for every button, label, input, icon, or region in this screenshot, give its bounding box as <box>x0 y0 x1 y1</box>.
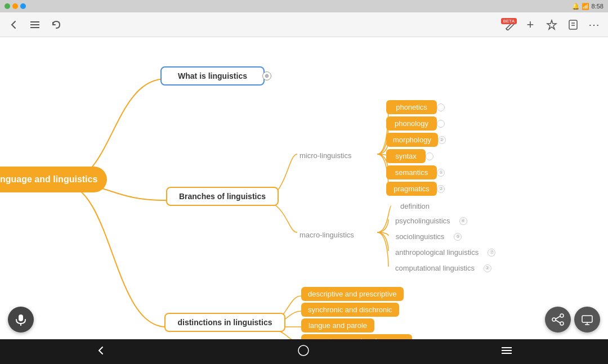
svg-line-14 <box>556 320 560 323</box>
toolbar: BETA + ⋯ <box>0 12 608 37</box>
root-node[interactable]: language and linguistics <box>0 167 107 192</box>
svg-point-11 <box>560 314 564 317</box>
more-button[interactable]: ⋯ <box>588 18 601 32</box>
bottom-home-button[interactable] <box>297 344 310 359</box>
morphology-node[interactable]: morphology ② <box>386 133 438 147</box>
toolbar-right: BETA + ⋯ <box>504 18 601 32</box>
screen-fab[interactable] <box>574 307 600 332</box>
list-icon[interactable] <box>28 18 42 32</box>
status-bar: 🔔 📶 8:58 <box>0 0 608 12</box>
langue-parole-node[interactable]: langue and parole <box>301 318 374 332</box>
status-dot-green <box>5 3 10 9</box>
svg-point-10 <box>552 318 556 321</box>
status-dot-orange <box>12 3 18 9</box>
pragmatics-badge: ② <box>437 185 445 193</box>
back-button[interactable] <box>7 18 20 32</box>
morphology-badge: ② <box>438 136 446 144</box>
phonetics-node[interactable]: phonetics <box>386 100 437 114</box>
toolbar-left <box>7 18 63 32</box>
share-fab[interactable] <box>545 307 571 332</box>
status-icons: 🔔 📶 <box>572 3 589 10</box>
status-left <box>5 3 26 9</box>
computational-badge: ② <box>484 264 491 272</box>
svg-rect-5 <box>569 20 577 29</box>
branches-of-linguistics-node[interactable]: Branches of linguistics <box>166 187 279 206</box>
plus-button[interactable]: + <box>524 18 537 32</box>
psycholinguistics-node[interactable]: psycholinguistics ④ <box>386 213 459 229</box>
pragmatics-node[interactable]: pragmatics ② <box>386 182 437 196</box>
synchronic-dischronic-node[interactable]: synchronic and dischronic <box>301 303 399 317</box>
bottom-back-button[interactable] <box>95 345 106 359</box>
phonetics-badge <box>437 104 445 111</box>
syntax-node[interactable]: syntax <box>386 149 426 163</box>
semantics-node[interactable]: semantics ① <box>386 165 437 179</box>
socio-badge: ⑤ <box>454 233 462 241</box>
macro-linguistics-node[interactable]: macro-linguistics <box>290 227 363 243</box>
micro-linguistics-node[interactable]: micro-linguistics <box>290 147 360 164</box>
beta-badge: BETA <box>501 18 517 24</box>
bookmark-icon[interactable] <box>566 18 580 32</box>
psycho-badge: ④ <box>459 217 467 225</box>
status-dot-blue <box>20 3 26 9</box>
syntax-badge <box>426 152 433 160</box>
svg-point-18 <box>298 345 309 356</box>
distinctions-in-linguistics-node[interactable]: distinctions in linguistics <box>164 313 285 332</box>
status-time: 8:58 <box>592 3 603 10</box>
bottom-menu-button[interactable] <box>500 346 513 358</box>
svg-rect-15 <box>582 316 592 322</box>
phonology-badge <box>437 120 445 128</box>
mic-fab[interactable] <box>8 307 34 332</box>
anthro-badge: ⑦ <box>488 249 495 257</box>
svg-line-13 <box>556 316 560 319</box>
definition-node[interactable]: definition <box>391 198 439 214</box>
computational-linguistics-node[interactable]: computational linguistics ② <box>386 260 484 276</box>
what-is-linguistics-node[interactable]: What is linguistics ⊕ <box>160 66 265 86</box>
semantics-badge: ① <box>437 169 445 177</box>
svg-rect-8 <box>19 314 23 321</box>
anthropological-linguistics-node[interactable]: anthropological linguistics ⑦ <box>386 244 488 260</box>
pencil-button[interactable]: BETA <box>504 19 516 30</box>
mindmap-area: language and linguistics What is linguis… <box>0 37 608 339</box>
competence-performance-node[interactable]: competence and performance <box>301 334 412 339</box>
star-icon[interactable] <box>545 18 558 32</box>
descriptive-prescriptive-node[interactable]: descriptive and prescriptive <box>301 287 404 301</box>
undo-button[interactable] <box>50 18 63 32</box>
status-right: 🔔 📶 8:58 <box>572 3 603 10</box>
bottom-bar <box>0 339 608 364</box>
phonology-node[interactable]: phonology <box>386 116 437 131</box>
svg-line-4 <box>506 29 508 30</box>
sociolinguistics-node[interactable]: sociolinguistics ⑤ <box>386 228 454 245</box>
svg-point-12 <box>560 322 564 325</box>
node-badge: ⊕ <box>262 71 271 80</box>
